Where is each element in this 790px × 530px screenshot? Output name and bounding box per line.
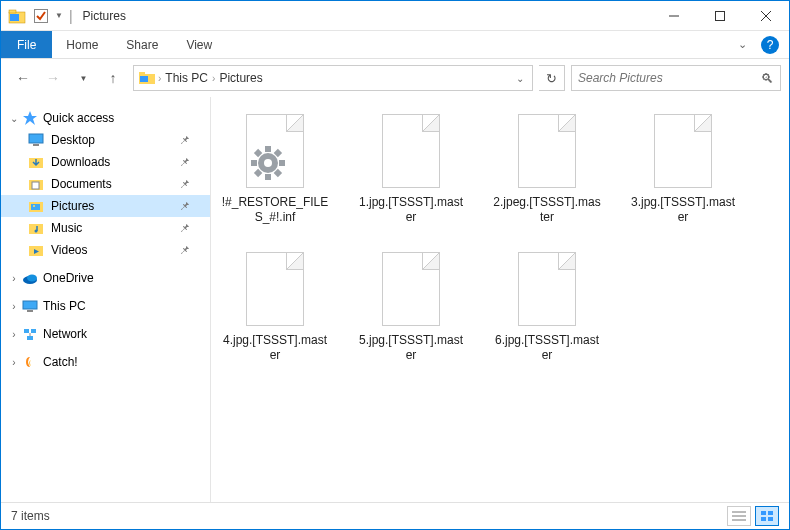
- sidebar-item-label: Pictures: [51, 199, 94, 213]
- file-item[interactable]: 1.jpg.[TSSST].master: [357, 111, 465, 225]
- network-icon: [21, 326, 39, 342]
- sidebar-item-label: OneDrive: [43, 271, 94, 285]
- up-button[interactable]: ↑: [99, 64, 127, 92]
- ribbon: File Home Share View ⌄ ?: [1, 31, 789, 59]
- expand-icon[interactable]: ›: [7, 357, 21, 368]
- downloads-icon: [27, 154, 45, 170]
- file-item[interactable]: 6.jpg.[TSSST].master: [493, 249, 601, 363]
- file-icon: [648, 111, 718, 191]
- titlebar-divider: |: [69, 8, 73, 24]
- collapse-icon[interactable]: ⌄: [7, 113, 21, 124]
- sidebar-item-label: This PC: [43, 299, 86, 313]
- sidebar-item-onedrive[interactable]: ›OneDrive: [1, 267, 210, 289]
- file-name: 3.jpg.[TSSST].master: [629, 195, 737, 225]
- file-name: 1.jpg.[TSSST].master: [357, 195, 465, 225]
- expand-icon[interactable]: ›: [7, 301, 21, 312]
- svg-rect-36: [265, 174, 271, 180]
- search-box[interactable]: 🔍︎: [571, 65, 781, 91]
- sidebar-item-label: Music: [51, 221, 82, 235]
- sidebar-item-label: Documents: [51, 177, 112, 191]
- file-icon: [376, 111, 446, 191]
- svg-rect-34: [279, 160, 285, 166]
- tab-view[interactable]: View: [172, 31, 226, 58]
- close-button[interactable]: [743, 1, 789, 31]
- pin-icon: 📌︎: [179, 178, 190, 190]
- file-icon: [512, 111, 582, 191]
- quick-access-header[interactable]: ⌄ Quick access: [1, 107, 210, 129]
- svg-rect-28: [24, 329, 29, 333]
- recent-locations-button[interactable]: ▼: [69, 64, 97, 92]
- search-icon[interactable]: 🔍︎: [761, 71, 774, 86]
- pin-icon: 📌︎: [179, 222, 190, 234]
- file-item[interactable]: 4.jpg.[TSSST].master: [221, 249, 329, 363]
- svg-rect-13: [33, 144, 39, 146]
- file-icon: [240, 111, 310, 191]
- sidebar-item-downloads[interactable]: Downloads📌︎: [1, 151, 210, 173]
- pin-icon: 📌︎: [179, 156, 190, 168]
- refresh-button[interactable]: ↻: [539, 65, 565, 91]
- search-input[interactable]: [578, 71, 761, 85]
- file-name: 2.jpeg.[TSSST].master: [493, 195, 601, 225]
- svg-rect-27: [27, 310, 33, 312]
- svg-rect-46: [768, 511, 773, 515]
- svg-rect-40: [265, 146, 271, 152]
- sidebar-item-label: Videos: [51, 243, 87, 257]
- tab-share[interactable]: Share: [112, 31, 172, 58]
- breadcrumb-thispc[interactable]: This PC: [161, 71, 212, 85]
- documents-icon: [27, 176, 45, 192]
- quick-access-label: Quick access: [43, 111, 114, 125]
- svg-rect-26: [23, 301, 37, 309]
- file-item[interactable]: !#_RESTORE_FILES_#!.inf: [221, 111, 329, 225]
- sidebar-item-videos[interactable]: Videos📌︎: [1, 239, 210, 261]
- maximize-button[interactable]: [697, 1, 743, 31]
- file-name: !#_RESTORE_FILES_#!.inf: [221, 195, 329, 225]
- sidebar-item-label: Desktop: [51, 133, 95, 147]
- help-button[interactable]: ?: [761, 36, 779, 54]
- address-bar[interactable]: › This PC › Pictures ⌄: [133, 65, 533, 91]
- svg-rect-10: [140, 76, 148, 82]
- tab-home[interactable]: Home: [52, 31, 112, 58]
- pin-icon: 📌︎: [179, 200, 190, 212]
- file-tab[interactable]: File: [1, 31, 52, 58]
- sidebar-item-pictures[interactable]: Pictures📌︎: [1, 195, 210, 217]
- expand-icon[interactable]: ›: [7, 273, 21, 284]
- sidebar-item-label: Downloads: [51, 155, 110, 169]
- content-area[interactable]: !#_RESTORE_FILES_#!.inf1.jpg.[TSSST].mas…: [211, 97, 789, 502]
- quick-access-toolbar: ▼: [7, 6, 63, 26]
- file-item[interactable]: 5.jpg.[TSSST].master: [357, 249, 465, 363]
- back-button[interactable]: ←: [9, 64, 37, 92]
- sidebar-item-catch![interactable]: ›Catch!: [1, 351, 210, 373]
- file-item[interactable]: 3.jpg.[TSSST].master: [629, 111, 737, 225]
- sidebar-item-music[interactable]: Music📌︎: [1, 217, 210, 239]
- sidebar-item-this pc[interactable]: ›This PC: [1, 295, 210, 317]
- desktop-icon: [27, 132, 45, 148]
- expand-icon[interactable]: ›: [7, 329, 21, 340]
- file-name: 5.jpg.[TSSST].master: [357, 333, 465, 363]
- checkbox-icon[interactable]: [31, 6, 51, 26]
- forward-button[interactable]: →: [39, 64, 67, 92]
- svg-rect-16: [32, 182, 39, 189]
- icons-view-button[interactable]: [755, 506, 779, 526]
- minimize-button[interactable]: [651, 1, 697, 31]
- file-item[interactable]: 2.jpeg.[TSSST].master: [493, 111, 601, 225]
- star-icon: [21, 110, 39, 126]
- breadcrumb-pictures[interactable]: Pictures: [215, 71, 266, 85]
- svg-rect-5: [716, 11, 725, 20]
- file-icon: [376, 249, 446, 329]
- titlebar: ▼ | Pictures: [1, 1, 789, 31]
- file-icon: [512, 249, 582, 329]
- address-dropdown-icon[interactable]: ⌄: [512, 73, 528, 84]
- sidebar-item-desktop[interactable]: Desktop📌︎: [1, 129, 210, 151]
- music-icon: [27, 220, 45, 236]
- svg-point-33: [264, 159, 272, 167]
- thispc-icon: [21, 298, 39, 314]
- sidebar-item-network[interactable]: ›Network: [1, 323, 210, 345]
- qat-dropdown-icon[interactable]: ▼: [55, 11, 63, 20]
- sidebar-item-documents[interactable]: Documents📌︎: [1, 173, 210, 195]
- details-view-button[interactable]: [727, 506, 751, 526]
- svg-rect-18: [31, 204, 40, 210]
- svg-rect-29: [31, 329, 36, 333]
- ribbon-expand-icon[interactable]: ⌄: [728, 31, 757, 58]
- sidebar-item-label: Network: [43, 327, 87, 341]
- file-icon: [240, 249, 310, 329]
